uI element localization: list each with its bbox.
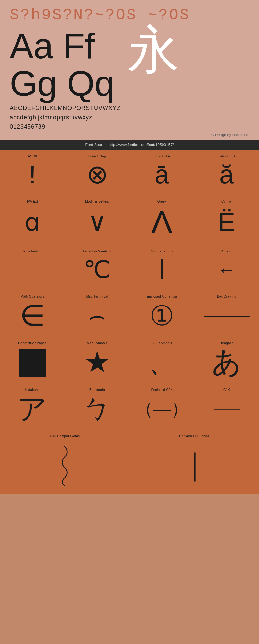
char-cjksymbols: 、	[148, 348, 176, 377]
char-punctuation: ——	[19, 256, 45, 284]
copyright: © Design by fontke.com	[10, 133, 249, 137]
cell-enclosedcjk: Enclosed CJK （—）	[130, 383, 194, 430]
category-hiragana: Hiragana	[220, 341, 234, 345]
digits-line: 0123456789	[10, 122, 249, 132]
category-latin1sup: Latin 1 Sup	[88, 155, 106, 158]
cell-hiragana: Hiragana あ	[194, 337, 259, 383]
specimen-row: Aa Ff Gg Qq 永	[10, 27, 249, 102]
category-latinexta: Latin Ext A	[153, 155, 170, 158]
char-enclosedcjk: （—）	[135, 394, 189, 423]
category-bopomofo: Bopomofo	[89, 388, 105, 392]
category-punctuation: Punctuation	[23, 250, 41, 253]
category-boxdrawing: Box Drawing	[217, 295, 236, 298]
char-mscsymbols: ★	[84, 348, 110, 377]
category-mathop: Math Operators	[20, 295, 44, 298]
cell-latin1sup: Latin 1 Sup ⊗	[65, 150, 130, 195]
char-grid: ASCII ! Latin 1 Sup ⊗ Latin Ext A ā Lati…	[0, 150, 259, 430]
char-greek: Λ	[151, 206, 173, 238]
char-ascii: !	[29, 161, 36, 188]
cell-cjk: CJK ——	[194, 383, 259, 430]
cell-arrows: Arrows ←	[194, 245, 259, 290]
category-cjkcompat: CJK Compat Forms	[50, 435, 80, 438]
big-letter-qq: Qq	[67, 65, 115, 102]
cell-cjksymbols: CJK Symbols 、	[130, 337, 194, 383]
category-mscsymbols: Msc Symbols	[87, 341, 107, 345]
big-letter-ff: Ff	[63, 27, 95, 65]
char-letterlike: ℃	[84, 256, 111, 284]
char-msctechnical: ⌢	[89, 301, 106, 330]
char-enclosed: ①	[150, 301, 174, 330]
char-latin1sup: ⊗	[86, 161, 108, 188]
alphabet-section: ABCDEFGHIJKLMNOPQRSTUVWXYZ abcdefghijklm…	[10, 103, 249, 131]
category-halffullfoms: Half And Full Forms	[179, 435, 209, 438]
cell-boxdrawing: Box Drawing ─────	[194, 290, 259, 337]
char-mathop: ∈	[20, 301, 45, 330]
cell-latinextb: Latin Ext B ă	[194, 150, 259, 195]
category-numberforms: Number Forms	[151, 250, 173, 253]
bottom-grid: CJK Compat Forms Half And Full Forms ｜	[0, 430, 259, 494]
char-katakana: ア	[17, 394, 47, 423]
cell-cjkcompat: CJK Compat Forms	[0, 430, 130, 494]
font-source: Font Source: http://www.fontke.com/font/…	[85, 143, 174, 147]
big-letter-gg: Gg	[10, 65, 57, 102]
cell-enclosed: Enclosed Alphanum ①	[130, 290, 194, 337]
cjk-specimen-char: 永	[128, 24, 179, 76]
category-katakana: Katakana	[25, 388, 40, 392]
category-enclosedcjk: Enclosed CJK	[151, 388, 173, 392]
char-cjk: ——	[214, 394, 240, 423]
category-cjk: CJK	[223, 388, 230, 392]
info-bar: Font Source: http://www.fontke.com/font/…	[0, 140, 259, 150]
header-section: S?h9S?N?~?OS ~?OS Aa Ff Gg Qq 永 ABCDEFGH…	[0, 0, 259, 140]
category-ascii: ASCII	[28, 155, 37, 158]
cell-letterlike: Letterlike Symbols ℃	[65, 245, 130, 290]
black-square	[19, 349, 46, 377]
category-msctechnical: Msc Technical	[86, 295, 108, 298]
cell-mscsymbols: Msc Symbols ★	[65, 337, 130, 383]
category-letterlike: Letterlike Symbols	[83, 250, 111, 253]
category-arrows: Arrows	[221, 250, 232, 253]
cell-mathop: Math Operators ∈	[0, 290, 65, 337]
big-letter-aa: Aa	[10, 27, 53, 65]
char-latinexta: ā	[155, 161, 169, 188]
char-arrows: ←	[218, 256, 236, 284]
alphabet-upper: ABCDEFGHIJKLMNOPQRSTUVWXYZ	[10, 103, 249, 113]
category-modifier: Modifier Letters	[85, 200, 109, 203]
cell-ipaext: IPA Ext ɑ	[0, 195, 65, 245]
char-ipaext: ɑ	[25, 206, 40, 238]
category-enclosed: Enclosed Alphanum	[147, 295, 177, 298]
alphabet-lower: abcdefghijklmnopqrstuvwxyz	[10, 113, 249, 122]
char-boxdrawing: ─────	[204, 301, 250, 330]
char-cyrillic: Ё	[218, 206, 235, 238]
category-greek: Greek	[157, 200, 167, 203]
cell-cyrillic: Cyrillic Ё	[194, 195, 259, 245]
category-geometric: Geometric Shapes	[18, 341, 47, 345]
cell-numberforms: Number Forms Ⅰ	[130, 245, 194, 290]
char-latinextb: ă	[220, 161, 234, 188]
cell-punctuation: Punctuation ——	[0, 245, 65, 290]
cell-bopomofo: Bopomofo ㄅ	[65, 383, 130, 430]
cell-modifier: Modifier Letters ∨	[65, 195, 130, 245]
cell-katakana: Katakana ア	[0, 383, 65, 430]
char-cjkcompat	[52, 441, 78, 488]
big-letter-row-2: Gg Qq	[10, 65, 115, 102]
category-cyrillic: Cyrillic	[221, 200, 232, 203]
char-geometric	[19, 348, 46, 377]
big-letter-row-1: Aa Ff	[10, 27, 115, 65]
cell-msctechnical: Msc Technical ⌢	[65, 290, 130, 337]
cell-geometric: Geometric Shapes	[0, 337, 65, 383]
char-modifier: ∨	[88, 206, 107, 238]
main-section: ASCII ! Latin 1 Sup ⊗ Latin Ext A ā Lati…	[0, 150, 259, 494]
category-cjksymbols: CJK Symbols	[152, 341, 172, 345]
big-letters: Aa Ff Gg Qq	[10, 27, 115, 102]
char-numberforms: Ⅰ	[158, 256, 166, 284]
cell-ascii: ASCII !	[0, 150, 65, 195]
category-latinextb: Latin Ext B	[218, 155, 235, 158]
char-bopomofo: ㄅ	[83, 394, 112, 423]
category-ipaext: IPA Ext	[27, 200, 38, 203]
cell-halffullfoms: Half And Full Forms ｜	[130, 430, 259, 494]
cell-greek: Greek Λ	[130, 195, 194, 245]
cell-latinexta: Latin Ext A ā	[130, 150, 194, 195]
char-hiragana: あ	[212, 348, 242, 377]
char-halffullfoms: ｜	[180, 441, 208, 488]
